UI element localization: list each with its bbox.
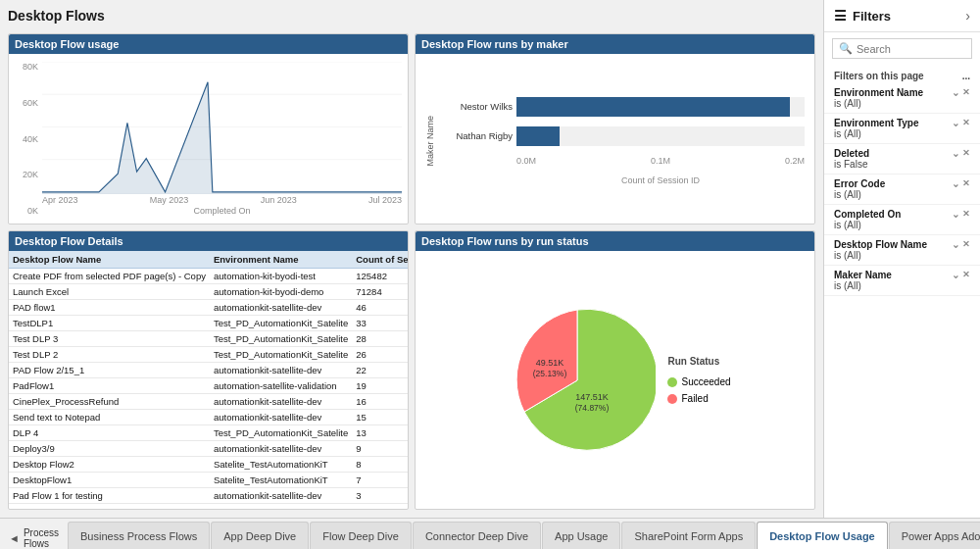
delete-filter-icon[interactable]: ✕	[962, 148, 970, 159]
filter-item[interactable]: Error Code ⌄ ✕ is (All)	[824, 175, 980, 205]
table-row: Deploy3/9automationkit-satellite-dev95/1…	[9, 441, 408, 457]
table-cell: TestDLP1	[9, 316, 210, 331]
table-row: CinePlex_ProcessRefundautomationkit-sate…	[9, 394, 408, 410]
chevron-down-icon[interactable]: ⌄	[952, 209, 959, 220]
table-cell: Deploy3/9	[9, 441, 210, 457]
filters-on-page-label: Filters on this page ...	[824, 65, 980, 83]
filter-item[interactable]: Deleted ⌄ ✕ is False	[824, 144, 980, 175]
succeeded-dot	[667, 377, 677, 387]
x-axis-label: Completed On	[42, 206, 402, 216]
table-row: Test DLP 3Test_PD_AutomationKit_Satelite…	[9, 331, 408, 347]
tab-sharepoint-form-apps[interactable]: SharePoint Form Apps	[621, 522, 756, 549]
filter-name: Environment Name ⌄ ✕	[834, 87, 970, 98]
filter-item[interactable]: Desktop Flow Name ⌄ ✕ is (All)	[824, 235, 980, 266]
maker-chart-card: Desktop Flow runs by maker Maker Name Ne…	[415, 33, 815, 225]
tab-app-usage[interactable]: App Usage	[542, 522, 620, 549]
table-cell: 46	[352, 300, 408, 316]
table-cell: PAD flow1	[9, 300, 210, 316]
table-cell: Test DLP 3	[9, 331, 210, 347]
maker-chart-title: Desktop Flow runs by maker	[416, 34, 814, 54]
search-input[interactable]	[857, 43, 965, 55]
table-cell: 9	[352, 441, 408, 457]
usage-chart-title: Desktop Flow usage	[9, 34, 408, 54]
table-cell: Pad Flow 1 for testing	[9, 488, 210, 504]
table-cell: 3	[352, 488, 408, 504]
maker-row-1: Nathan Rigby	[439, 126, 805, 146]
filters-close-icon[interactable]: ›	[965, 8, 970, 24]
table-cell: Launch Excel	[9, 284, 210, 300]
table-cell: automationkit-satellite-dev	[210, 410, 352, 425]
pie-legend: Run Status Succeeded Failed	[667, 356, 730, 404]
chevron-down-icon[interactable]: ⌄	[952, 178, 959, 189]
tab-power-apps-adoption[interactable]: Power Apps Adoption	[889, 522, 980, 549]
delete-filter-icon[interactable]: ✕	[962, 87, 970, 98]
table-row: PadFlow1automation-satellite-validation1…	[9, 378, 408, 394]
table-cell: Desktop Flow2	[9, 457, 210, 473]
maker-label-1: Nathan Rigby	[439, 130, 513, 141]
tab-flow-deep-dive[interactable]: Flow Deep Dive	[310, 522, 412, 549]
legend-failed: Failed	[667, 393, 730, 404]
svg-text:49.51K: 49.51K	[536, 358, 564, 368]
pie-svg: 147.51K (74.87%) 49.51K (25.13%)	[499, 302, 656, 459]
run-status-legend-title: Run Status	[667, 356, 730, 367]
maker-x-axis-label: Count of Session ID	[439, 175, 805, 185]
filter-item[interactable]: Completed On ⌄ ✕ is (All)	[824, 205, 980, 235]
filter-value: is (All)	[834, 98, 970, 109]
tab-connector-deep-dive[interactable]: Connector Deep Dive	[413, 522, 541, 549]
table-cell: Test_PD_AutomationKit_Satelite	[210, 347, 352, 363]
tab-business-process-flows[interactable]: Business Process Flows	[68, 522, 210, 549]
filter-icons: ⌄ ✕	[952, 148, 970, 159]
chevron-down-icon[interactable]: ⌄	[952, 87, 959, 98]
table-cell: 8	[352, 457, 408, 473]
col-session-count: Count of Session ID	[352, 251, 408, 269]
chevron-down-icon[interactable]: ⌄	[952, 239, 959, 250]
filter-name: Environment Type ⌄ ✕	[834, 118, 970, 128]
tab-app-deep-dive[interactable]: App Deep Dive	[211, 522, 309, 549]
table-cell: automationkit-satellite-dev	[210, 300, 352, 316]
filter-name: Deleted ⌄ ✕	[834, 148, 970, 159]
delete-filter-icon[interactable]: ✕	[962, 209, 970, 220]
delete-filter-icon[interactable]: ✕	[962, 239, 970, 250]
filter-icons: ⌄ ✕	[952, 178, 970, 189]
search-box[interactable]: 🔍	[832, 38, 972, 59]
filter-item[interactable]: Environment Name ⌄ ✕ is (All)	[824, 83, 980, 114]
run-status-title: Desktop Flow runs by run status	[416, 231, 814, 251]
table-cell: Send text to Notepad	[9, 410, 210, 425]
chevron-down-icon[interactable]: ⌄	[952, 270, 959, 280]
delete-filter-icon[interactable]: ✕	[962, 270, 970, 280]
table-cell: CinePlex_ProcessRefund	[9, 394, 210, 410]
table-cell: automationkit-satellite-dev	[210, 441, 352, 457]
filter-name: Desktop Flow Name ⌄ ✕	[834, 239, 970, 250]
delete-filter-icon[interactable]: ✕	[962, 178, 970, 189]
maker-y-axis-label: Maker Name	[425, 116, 435, 167]
table-row: Launch Excelautomation-kit-byodi-demo712…	[9, 284, 408, 300]
filter-item[interactable]: Environment Type ⌄ ✕ is (All)	[824, 114, 980, 144]
table-row: Send text to Notepadautomationkit-satell…	[9, 410, 408, 425]
page-title: Desktop Flows	[8, 8, 815, 24]
filter-item[interactable]: Maker Name ⌄ ✕ is (All)	[824, 266, 980, 296]
col-flow-name: Desktop Flow Name	[9, 251, 210, 269]
table-cell: Test DLP 2	[9, 347, 210, 363]
run-status-chart: Desktop Flow runs by run status 147.51K	[415, 230, 815, 510]
filter-items: Environment Name ⌄ ✕ is (All) Environmen…	[824, 83, 980, 518]
failed-dot	[667, 394, 677, 404]
table-cell: Test_PD_AutomationKit_Satelite	[210, 331, 352, 347]
maker-bar-1	[516, 126, 560, 146]
tab-desktop-flow-usage[interactable]: Desktop Flow Usage	[757, 522, 888, 549]
chevron-down-icon[interactable]: ⌄	[952, 118, 959, 128]
table-row: Pad Flow 1 for testingautomationkit-sate…	[9, 488, 408, 504]
filter-value: is (All)	[834, 189, 970, 200]
failed-label: Failed	[681, 393, 708, 404]
tab-nav-prev[interactable]: ◄	[6, 532, 23, 544]
table-cell: 125482	[352, 269, 408, 284]
col-env-name: Environment Name	[210, 251, 352, 269]
svg-text:(74.87%): (74.87%)	[575, 403, 610, 413]
chevron-down-icon[interactable]: ⌄	[952, 148, 959, 159]
table-cell: 28	[352, 331, 408, 347]
table-row: PAD Flow 2/15_1automationkit-satellite-d…	[9, 363, 408, 378]
delete-filter-icon[interactable]: ✕	[962, 118, 970, 128]
table-cell: 26	[352, 347, 408, 363]
maker-bar-0	[516, 97, 790, 117]
table-row: DLP 4Test_PD_AutomationKit_Satelite137/1…	[9, 425, 408, 441]
table-cell: Test_PD_AutomationKit_Satelite	[210, 425, 352, 441]
